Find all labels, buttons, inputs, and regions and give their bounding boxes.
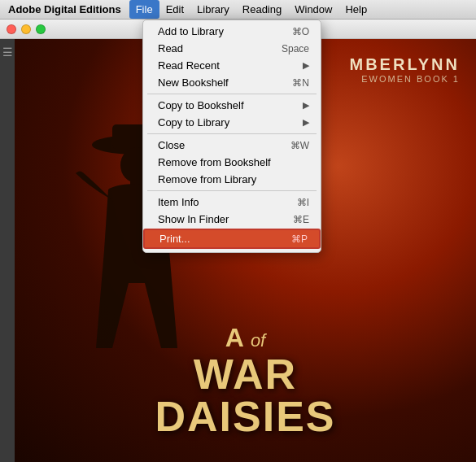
menu-item-print[interactable]: Print... ⌘P (143, 229, 321, 249)
close-button[interactable] (7, 24, 16, 34)
menu-item-read-recent[interactable]: Read Recent ▶ (143, 57, 321, 74)
book-title-a: A (225, 323, 244, 353)
book-title-war: WAR (23, 353, 468, 395)
book-series: EWOMEN BOOK 1 (350, 74, 461, 84)
book-title-area: A of WAR DAISIES (23, 323, 468, 438)
menu-separator-2 (147, 133, 317, 134)
window-controls (7, 24, 46, 34)
menu-reading[interactable]: Reading (236, 0, 288, 19)
menu-file[interactable]: File (129, 0, 159, 19)
file-dropdown-menu: Add to Library ⌘O Read Space Read Recent… (142, 20, 321, 253)
menu-separator-1 (147, 94, 317, 94)
maximize-button[interactable] (36, 24, 46, 34)
menu-edit[interactable]: Edit (159, 0, 190, 19)
menu-window[interactable]: Window (288, 0, 338, 19)
menu-item-copy-to-bookshelf[interactable]: Copy to Bookshelf ▶ (143, 97, 321, 114)
book-author-name: MBERLYNN (350, 55, 461, 74)
menu-item-item-info[interactable]: Item Info ⌘I (143, 194, 321, 211)
menu-item-remove-from-library[interactable]: Remove from Library (143, 171, 321, 188)
menu-item-remove-from-bookshelf[interactable]: Remove from Bookshelf (143, 154, 321, 171)
menu-item-close[interactable]: Close ⌘W (143, 137, 321, 154)
app-name: Adobe Digital Editions (0, 3, 129, 15)
minimize-button[interactable] (21, 24, 31, 34)
book-author-area: MBERLYNN EWOMEN BOOK 1 (350, 55, 461, 84)
menu-item-new-bookshelf[interactable]: New Bookshelf ⌘N (143, 74, 321, 91)
sidebar: ☰ (0, 39, 15, 462)
menu-help[interactable]: Help (338, 0, 373, 19)
menu-item-add-to-library[interactable]: Add to Library ⌘O (143, 23, 321, 40)
menu-bar: Adobe Digital Editions File Edit Library… (0, 0, 476, 20)
menu-item-show-in-finder[interactable]: Show In Finder ⌘E (143, 211, 321, 228)
menu-item-copy-to-library[interactable]: Copy to Library ▶ (143, 114, 321, 131)
book-title-of: of (251, 330, 265, 351)
menu-item-read[interactable]: Read Space (143, 40, 321, 57)
menu-library[interactable]: Library (190, 0, 236, 19)
menu-separator-3 (147, 190, 317, 191)
book-title-daisies: DAISIES (23, 395, 468, 438)
sidebar-menu-icon[interactable]: ☰ (2, 46, 13, 59)
